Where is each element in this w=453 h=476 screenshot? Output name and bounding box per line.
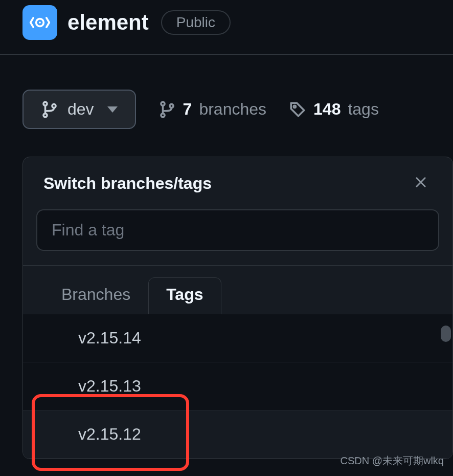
current-branch-label: dev [67,100,94,119]
caret-down-icon [107,106,118,113]
tags-link[interactable]: 148 tags [289,100,379,119]
repo-header: element Public [0,0,453,55]
tag-item[interactable]: v2.15.13 [23,362,452,410]
tags-count: 148 [313,100,341,119]
svg-point-1 [39,21,41,24]
tag-item[interactable]: v2.15.12 [23,410,452,459]
tab-tags[interactable]: Tags [148,277,221,314]
svg-point-2 [43,102,47,105]
repo-name[interactable]: element [67,10,149,35]
watermark: CSDN @未来可期wlkq [340,454,444,468]
close-icon [414,175,428,189]
tab-branches[interactable]: Branches [43,277,148,314]
popover-header: Switch branches/tags [23,157,452,209]
tag-item[interactable]: v2.15.14 [23,314,452,362]
branches-count: 7 [183,100,192,119]
git-branch-icon [158,101,176,118]
svg-point-6 [161,113,165,117]
svg-point-4 [52,104,56,107]
visibility-badge: Public [161,10,231,35]
scrollbar-thumb[interactable] [441,326,451,342]
element-logo-icon [29,11,51,34]
popover-title: Switch branches/tags [43,174,212,193]
repo-toolbar: dev 7 branches 148 tags [0,55,453,139]
popover-tabs: Branches Tags [23,266,452,314]
tag-icon [289,101,306,118]
tag-search-input[interactable] [36,209,439,251]
git-branch-icon [41,101,58,118]
svg-point-5 [161,102,165,105]
svg-point-7 [170,104,173,107]
branches-label: branches [199,100,266,119]
branch-select-button[interactable]: dev [22,90,136,129]
svg-point-8 [293,105,296,107]
tags-label: tags [348,100,378,119]
branch-tag-popover: Switch branches/tags Branches Tags v2.15… [22,157,453,459]
search-container [23,209,452,266]
branches-link[interactable]: 7 branches [158,100,266,119]
close-button[interactable] [410,170,432,196]
repo-avatar [22,5,57,40]
tag-list: v2.15.14 v2.15.13 v2.15.12 [23,314,452,459]
svg-point-3 [43,113,47,117]
